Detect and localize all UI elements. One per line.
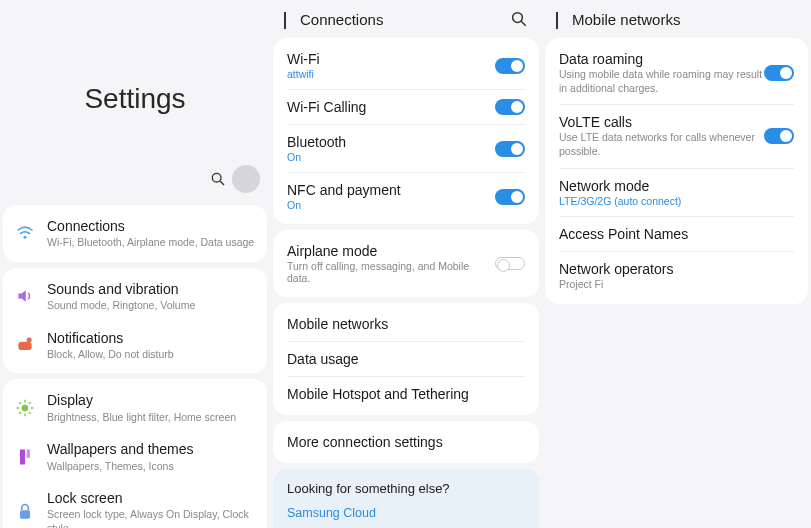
item-label: Access Point Names (559, 226, 688, 242)
settings-item-label: Notifications (47, 329, 255, 347)
settings-card-3: Display Brightness, Blue light filter, H… (3, 379, 267, 528)
svg-rect-3 (18, 342, 31, 350)
settings-pane: Settings Connections Wi-Fi, Bluetooth, A… (0, 0, 270, 528)
wificalling-toggle[interactable] (495, 99, 525, 115)
mobilenetworks-group: Data roaming Using mobile data while roa… (545, 38, 808, 304)
svg-line-18 (521, 21, 526, 26)
svg-line-10 (19, 402, 21, 404)
connections-item-nfc[interactable]: NFC and payment On (273, 173, 539, 220)
connections-pane: Connections Wi-Fi attwifi Wi-Fi Calling … (270, 0, 542, 528)
item-label: Data usage (287, 351, 359, 367)
connections-item-bluetooth[interactable]: Bluetooth On (273, 125, 539, 172)
themes-icon (15, 447, 35, 467)
wifi-icon (15, 223, 35, 243)
item-label: Mobile Hotspot and Tethering (287, 386, 469, 402)
settings-item-connections[interactable]: Connections Wi-Fi, Bluetooth, Airplane m… (3, 209, 267, 258)
item-label: More connection settings (287, 434, 443, 450)
item-sub: Use LTE data networks for calls whenever… (559, 131, 764, 158)
item-sub: Turn off calling, messaging, and Mobile … (287, 260, 495, 284)
lock-icon (15, 502, 35, 522)
looking-title: Looking for something else? (287, 481, 525, 496)
svg-rect-14 (20, 449, 25, 464)
connections-item-hotspot[interactable]: Mobile Hotspot and Tethering (273, 377, 539, 411)
settings-header: Settings (0, 0, 270, 205)
settings-item-sub: Brightness, Blue light filter, Home scre… (47, 411, 255, 425)
settings-item-label: Wallpapers and themes (47, 440, 255, 458)
looking-card: Looking for something else? Samsung Clou… (273, 469, 539, 528)
settings-item-notifications[interactable]: Notifications Block, Allow, Do not distu… (3, 321, 267, 370)
item-sub: On (287, 199, 495, 211)
item-sub: Project Fi (559, 278, 794, 292)
network-item-apn[interactable]: Access Point Names (545, 217, 808, 251)
settings-item-wallpapers[interactable]: Wallpapers and themes Wallpapers, Themes… (3, 432, 267, 481)
settings-item-label: Display (47, 391, 255, 409)
item-label: Airplane mode (287, 243, 495, 259)
search-icon[interactable] (210, 171, 226, 187)
network-item-roaming[interactable]: Data roaming Using mobile data while roa… (545, 42, 808, 104)
item-sub: LTE/3G/2G (auto connect) (559, 195, 794, 207)
item-label: Wi-Fi Calling (287, 99, 495, 115)
back-icon[interactable] (284, 12, 286, 27)
connections-item-wifi[interactable]: Wi-Fi attwifi (273, 42, 539, 89)
svg-line-13 (29, 402, 31, 404)
connections-group-1: Wi-Fi attwifi Wi-Fi Calling Bluetooth On… (273, 38, 539, 224)
settings-item-sub: Wallpapers, Themes, Icons (47, 460, 255, 474)
display-icon (15, 398, 35, 418)
item-label: Network mode (559, 178, 794, 194)
network-item-volte[interactable]: VoLTE calls Use LTE data networks for ca… (545, 105, 808, 167)
network-item-mode[interactable]: Network mode LTE/3G/2G (auto connect) (545, 169, 808, 216)
avatar[interactable] (232, 165, 260, 193)
svg-point-0 (212, 173, 221, 182)
item-label: Network operators (559, 261, 794, 277)
connections-group-3: Mobile networks Data usage Mobile Hotspo… (273, 303, 539, 415)
mobilenetworks-pane: Mobile networks Data roaming Using mobil… (542, 0, 811, 528)
svg-line-12 (19, 412, 21, 414)
airplane-toggle[interactable] (495, 257, 525, 270)
item-label: Wi-Fi (287, 51, 495, 67)
item-label: Bluetooth (287, 134, 495, 150)
sound-icon (15, 286, 35, 306)
item-label: NFC and payment (287, 182, 495, 198)
connections-item-wificalling[interactable]: Wi-Fi Calling (273, 90, 539, 124)
settings-item-display[interactable]: Display Brightness, Blue light filter, H… (3, 383, 267, 432)
item-sub: Using mobile data while roaming may resu… (559, 68, 764, 95)
item-sub: attwifi (287, 68, 495, 80)
wifi-toggle[interactable] (495, 58, 525, 74)
nfc-toggle[interactable] (495, 189, 525, 205)
connections-item-more[interactable]: More connection settings (273, 425, 539, 459)
search-icon[interactable] (510, 10, 528, 28)
notif-icon (15, 335, 35, 355)
bluetooth-toggle[interactable] (495, 141, 525, 157)
roaming-toggle[interactable] (764, 65, 794, 81)
back-icon[interactable] (556, 12, 558, 27)
settings-item-sounds[interactable]: Sounds and vibration Sound mode, Rington… (3, 272, 267, 321)
settings-item-label: Connections (47, 217, 255, 235)
settings-item-label: Sounds and vibration (47, 280, 255, 298)
settings-item-sub: Block, Allow, Do not disturb (47, 348, 255, 362)
item-label: Mobile networks (287, 316, 388, 332)
svg-line-11 (29, 412, 31, 414)
connections-group-2: Airplane mode Turn off calling, messagin… (273, 230, 539, 297)
page-title: Settings (84, 83, 185, 115)
svg-rect-16 (20, 511, 30, 519)
settings-item-sub: Wi-Fi, Bluetooth, Airplane mode, Data us… (47, 236, 255, 250)
item-label: Data roaming (559, 51, 764, 67)
looking-link-samsungcloud[interactable]: Samsung Cloud (287, 506, 525, 520)
settings-item-lockscreen[interactable]: Lock screen Screen lock type, Always On … (3, 481, 267, 528)
page-title: Mobile networks (572, 11, 797, 28)
network-item-operators[interactable]: Network operators Project Fi (545, 252, 808, 301)
volte-toggle[interactable] (764, 128, 794, 144)
connections-item-datausage[interactable]: Data usage (273, 342, 539, 376)
svg-point-5 (22, 405, 29, 412)
search-row (0, 165, 270, 193)
connections-header: Connections (270, 0, 542, 38)
svg-point-4 (27, 338, 32, 343)
connections-item-airplane[interactable]: Airplane mode Turn off calling, messagin… (273, 234, 539, 293)
settings-item-sub: Sound mode, Ringtone, Volume (47, 299, 255, 313)
item-label: VoLTE calls (559, 114, 764, 130)
connections-item-mobilenetworks[interactable]: Mobile networks (273, 307, 539, 341)
svg-point-2 (24, 236, 27, 239)
page-title: Connections (300, 11, 496, 28)
settings-item-label: Lock screen (47, 489, 255, 507)
settings-item-sub: Screen lock type, Always On Display, Clo… (47, 508, 255, 528)
